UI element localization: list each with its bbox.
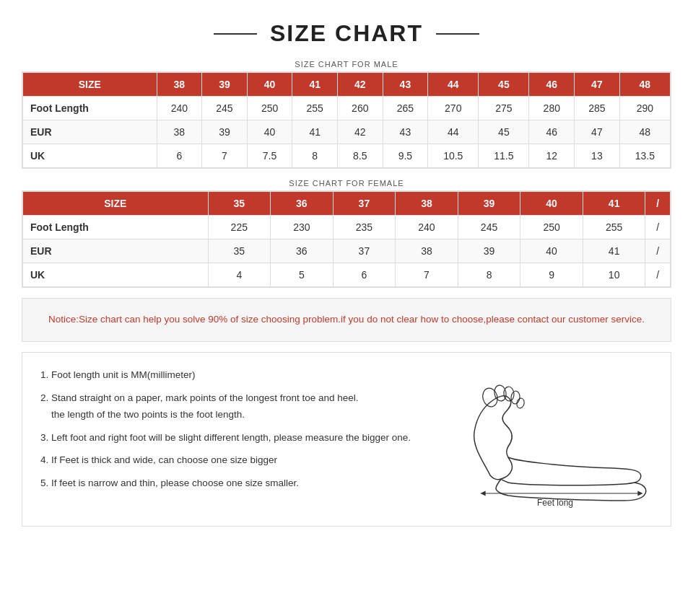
table-row: EUR3839404142434445464748 xyxy=(23,120,671,144)
cell: 275 xyxy=(479,97,529,120)
cell: 41 xyxy=(583,239,645,263)
list-item: Left foot and right foot will be slight … xyxy=(51,430,440,446)
foot-svg: Feet long xyxy=(461,374,649,511)
cell: 38 xyxy=(157,120,202,144)
cell: 280 xyxy=(529,97,575,120)
cell: 7.5 xyxy=(247,144,292,168)
male-header-cell: 41 xyxy=(292,73,338,97)
notes-list: Foot length unit is MM(millimeter)Stand … xyxy=(37,367,440,491)
cell: 245 xyxy=(202,97,248,120)
cell: 240 xyxy=(396,216,458,239)
cell: 255 xyxy=(292,97,338,120)
cell: 13 xyxy=(575,144,620,168)
cell: 39 xyxy=(458,239,520,263)
row-label: EUR xyxy=(23,239,209,263)
row-label: Foot Length xyxy=(23,97,157,120)
cell: 235 xyxy=(333,216,396,239)
cell: 38 xyxy=(396,239,458,263)
cell: 43 xyxy=(383,120,428,144)
female-size-table: SIZE35363738394041/ Foot Length225230235… xyxy=(22,191,671,287)
cell: 9.5 xyxy=(383,144,428,168)
female-header-cell: 40 xyxy=(520,192,583,216)
cell: 10 xyxy=(583,263,645,287)
cell: 48 xyxy=(619,120,670,144)
notice-text: Notice:Size chart can help you solve 90%… xyxy=(48,314,645,325)
cell: 40 xyxy=(247,120,292,144)
cell: 37 xyxy=(333,239,396,263)
cell: 8 xyxy=(292,144,338,168)
title-line-right xyxy=(436,33,479,35)
page-title: SIZE CHART xyxy=(270,20,423,47)
cell: 36 xyxy=(271,239,334,263)
svg-point-4 xyxy=(515,397,525,409)
svg-point-1 xyxy=(493,384,507,402)
cell: 4 xyxy=(208,263,271,287)
cell: 5 xyxy=(271,263,334,287)
notice-box: Notice:Size chart can help you solve 90%… xyxy=(22,298,671,342)
cell: 40 xyxy=(520,239,583,263)
female-header-cell: 41 xyxy=(583,192,645,216)
male-header-cell: 38 xyxy=(157,73,202,97)
page: SIZE CHART SIZE CHART FOR MALE SIZE38394… xyxy=(0,0,693,616)
male-header-cell: 42 xyxy=(337,73,383,97)
list-item: Foot length unit is MM(millimeter) xyxy=(51,367,440,383)
row-label: UK xyxy=(23,263,209,287)
female-header-cell: 39 xyxy=(458,192,520,216)
cell: 245 xyxy=(458,216,520,239)
female-table-wrapper: SIZE35363738394041/ Foot Length225230235… xyxy=(22,190,671,288)
foot-diagram: Feet long xyxy=(454,374,656,511)
male-header-cell: 47 xyxy=(575,73,620,97)
male-header-cell: 40 xyxy=(247,73,292,97)
svg-point-3 xyxy=(510,390,520,404)
female-header-cell: 37 xyxy=(333,192,396,216)
cell: 35 xyxy=(208,239,271,263)
male-header-cell: 43 xyxy=(383,73,428,97)
cell: 44 xyxy=(428,120,479,144)
cell: / xyxy=(645,239,671,263)
notes-section: Foot length unit is MM(millimeter)Stand … xyxy=(22,352,671,527)
cell: 230 xyxy=(271,216,334,239)
female-header-cell: 35 xyxy=(208,192,271,216)
male-section-label: SIZE CHART FOR MALE xyxy=(22,60,671,69)
male-table-wrapper: SIZE3839404142434445464748 Foot Length24… xyxy=(22,71,671,169)
cell: 225 xyxy=(208,216,271,239)
row-label: UK xyxy=(23,144,157,168)
table-row: Foot Length225230235240245250255/ xyxy=(23,216,671,239)
male-header-cell: SIZE xyxy=(23,73,157,97)
notes-text: Foot length unit is MM(millimeter)Stand … xyxy=(37,367,440,498)
cell: 13.5 xyxy=(619,144,670,168)
cell: 11.5 xyxy=(479,144,529,168)
table-row: UK45678910/ xyxy=(23,263,671,287)
male-size-table: SIZE3839404142434445464748 Foot Length24… xyxy=(22,72,671,168)
cell: 45 xyxy=(479,120,529,144)
cell: 250 xyxy=(247,97,292,120)
female-header-cell: / xyxy=(645,192,671,216)
male-header-row: SIZE3839404142434445464748 xyxy=(23,73,671,97)
cell: 7 xyxy=(202,144,248,168)
cell: 290 xyxy=(619,97,670,120)
female-header-row: SIZE35363738394041/ xyxy=(23,192,671,216)
table-row: Foot Length24024525025526026527027528028… xyxy=(23,97,671,120)
table-row: EUR35363738394041/ xyxy=(23,239,671,263)
list-item: If Feet is thick and wide, can choose on… xyxy=(51,452,440,468)
cell: 39 xyxy=(202,120,248,144)
cell: 6 xyxy=(333,263,396,287)
cell: 7 xyxy=(396,263,458,287)
row-label: Foot Length xyxy=(23,216,209,239)
cell: 10.5 xyxy=(428,144,479,168)
female-section-label: SIZE CHART FOR FEMALE xyxy=(22,179,671,188)
female-header-cell: 38 xyxy=(396,192,458,216)
cell: 255 xyxy=(583,216,645,239)
female-header-cell: 36 xyxy=(271,192,334,216)
row-label: EUR xyxy=(23,120,157,144)
cell: 250 xyxy=(520,216,583,239)
female-header-cell: SIZE xyxy=(23,192,209,216)
cell: 9 xyxy=(520,263,583,287)
list-item: If feet is narrow and thin, please choos… xyxy=(51,475,440,491)
cell: 46 xyxy=(529,120,575,144)
cell: 6 xyxy=(157,144,202,168)
cell: 270 xyxy=(428,97,479,120)
list-item: Stand straight on a paper, mark points o… xyxy=(51,390,440,423)
cell: / xyxy=(645,216,671,239)
cell: / xyxy=(645,263,671,287)
